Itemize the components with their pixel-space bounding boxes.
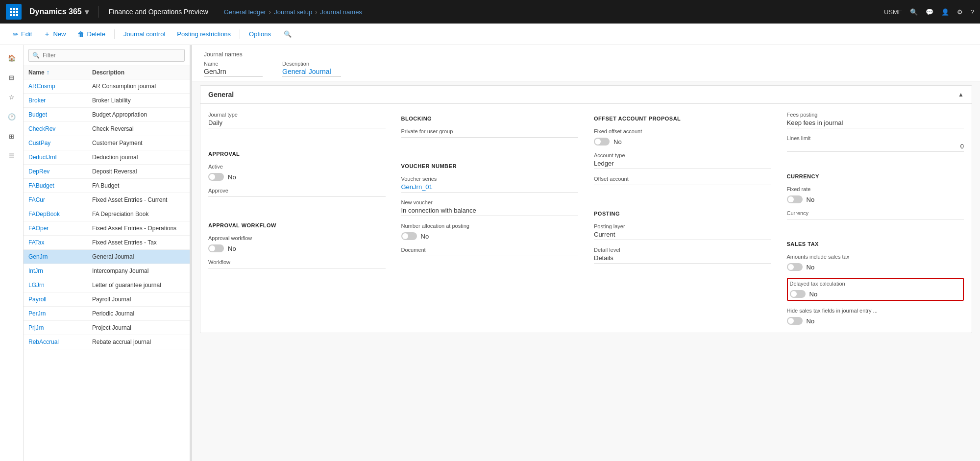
list-item-description: Check Reversal [92, 125, 185, 132]
list-item[interactable]: FADepBook FA Depreciation Book [24, 207, 190, 221]
number-allocation-toggle[interactable] [401, 232, 417, 240]
delayed-tax-calc-value: No [809, 291, 818, 298]
list-item-name: FADepBook [28, 211, 92, 218]
list-item[interactable]: FACur Fixed Asset Entries - Current [24, 193, 190, 207]
list-item-name: LGJrn [28, 282, 92, 289]
home-icon[interactable]: 🏠 [3, 49, 21, 67]
new-label: New [53, 30, 66, 38]
account-type-field: Account type Ledger [594, 152, 771, 169]
list-item[interactable]: FABudget FA Budget [24, 179, 190, 193]
list-item-description: Deposit Reversal [92, 168, 185, 175]
list-item[interactable]: PerJrn Periodic Journal [24, 307, 190, 321]
approve-field: Approve [208, 188, 386, 197]
list-item[interactable]: CheckRev Check Reversal [24, 122, 190, 136]
hide-sales-tax-toggle[interactable] [787, 317, 803, 325]
detail-col-1: Journal type Daily APPROVAL Active No [208, 112, 386, 325]
list-item[interactable]: PrjJrn Project Journal [24, 321, 190, 335]
delete-button[interactable]: 🗑 Delete [73, 27, 110, 41]
approve-label: Approve [208, 188, 386, 194]
filter-icon[interactable]: ⊟ [3, 69, 21, 86]
approval-workflow-label: Approval workflow [208, 235, 386, 241]
dynamics-label: Dynamics 365 [29, 7, 82, 16]
account-type-label: Account type [594, 152, 771, 158]
command-search-icon[interactable]: 🔍 [282, 28, 294, 40]
modules-icon[interactable]: ☰ [3, 147, 21, 165]
detail-col-4: Fees posting Keep fees in journal Lines … [787, 112, 964, 325]
fixed-rate-label: Fixed rate [787, 186, 964, 192]
fixed-rate-value: No [807, 196, 815, 203]
list-item-name: RebAccrual [28, 339, 92, 345]
general-section-header[interactable]: General ▲ [200, 86, 972, 104]
filter-input[interactable] [28, 49, 185, 62]
currency-section-title: CURRENCY [787, 173, 964, 179]
fixed-rate-toggle[interactable] [787, 195, 803, 203]
options-button[interactable]: Options [244, 27, 276, 41]
list-item[interactable]: CustPay Customer Payment [24, 136, 190, 150]
edit-label: Edit [21, 30, 32, 38]
approval-workflow-toggle[interactable] [208, 244, 224, 252]
chat-icon[interactable]: 💬 [926, 8, 933, 16]
posting-restrictions-button[interactable]: Posting restrictions [172, 27, 236, 41]
amounts-include-sales-tax-toggle[interactable] [787, 263, 803, 271]
currency-value [787, 218, 964, 219]
list-item[interactable]: RebAccrual Rebate accrual journal [24, 335, 190, 349]
list-item[interactable]: LGJrn Letter of guarantee journal [24, 278, 190, 292]
private-for-user-group-label: Private for user group [401, 128, 579, 134]
breadcrumb-item-2[interactable]: Journal setup [274, 8, 312, 16]
favorites-icon[interactable]: ☆ [3, 88, 21, 106]
list-item[interactable]: IntJrn Intercompany Journal [24, 264, 190, 278]
workspace-icon[interactable]: ⊞ [3, 127, 21, 145]
edit-button[interactable]: ✏ Edit [8, 27, 37, 41]
new-icon: ＋ [44, 30, 50, 39]
document-label: Document [401, 247, 579, 253]
settings-icon[interactable]: ⚙ [957, 8, 963, 16]
breadcrumb-item-3[interactable]: Journal names [320, 8, 362, 16]
fixed-rate-field: Fixed rate No [787, 186, 964, 203]
delayed-tax-calc-toggle[interactable] [790, 290, 806, 298]
list-item[interactable]: Broker Broker Liability [24, 94, 190, 108]
active-toggle[interactable] [208, 173, 224, 181]
delayed-tax-calc-highlight: Delayed tax calculation No [787, 278, 964, 301]
list-item[interactable]: Budget Budget Appropriation [24, 108, 190, 122]
approval-workflow-field: Approval workflow No [208, 235, 386, 252]
breadcrumb-item-1[interactable]: General ledger [224, 8, 266, 16]
fixed-offset-account-field: Fixed offset account No [594, 128, 771, 146]
list-item[interactable]: GenJrn General Journal [24, 250, 190, 264]
search-icon[interactable]: 🔍 [910, 8, 918, 16]
help-icon[interactable]: ? [971, 8, 974, 16]
list-item[interactable]: DeductJrnl Deduction journal [24, 150, 190, 165]
fixed-offset-account-toggle[interactable] [594, 138, 610, 146]
app-name-chevron[interactable]: ▾ [85, 7, 89, 17]
svg-rect-3 [10, 11, 12, 13]
journal-type-field: Journal type Daily [208, 112, 386, 128]
description-field-group: Description General Journal [282, 61, 341, 77]
user-icon[interactable]: 👤 [941, 8, 949, 16]
hide-sales-tax-label: Hide sales tax fields in journal entry .… [787, 308, 964, 314]
workflow-label: Workflow [208, 259, 386, 265]
list-item-description: Fixed Asset Entries - Current [92, 196, 185, 203]
new-button[interactable]: ＋ New [39, 27, 71, 42]
detail-col-2: BLOCKING Private for user group VOUCHER … [401, 112, 579, 325]
list-item-name: ARCnsmp [28, 83, 92, 90]
list-item[interactable]: DepRev Deposit Reversal [24, 165, 190, 179]
journal-control-button[interactable]: Journal control [119, 27, 170, 41]
lines-limit-field: Lines limit 0 [787, 135, 964, 152]
breadcrumb-sep-1: › [269, 8, 271, 16]
general-section-title: General [208, 91, 234, 98]
new-voucher-value: In connection with balance [401, 207, 579, 216]
app-launcher-icon[interactable] [6, 4, 22, 20]
list-item-name: FABudget [28, 182, 92, 189]
recent-icon[interactable]: 🕐 [3, 108, 21, 125]
detail-level-value: Details [594, 254, 771, 264]
private-for-user-group-value [401, 136, 579, 138]
top-navigation: Dynamics 365 ▾ Finance and Operations Pr… [0, 0, 980, 24]
list-item[interactable]: ARCnsmp AR Consumption journal [24, 79, 190, 94]
list-item-name: IntJrn [28, 267, 92, 274]
list-item[interactable]: FAOper Fixed Asset Entries - Operations [24, 221, 190, 236]
list-item-name: Broker [28, 97, 92, 104]
user-label[interactable]: USMF [884, 8, 902, 16]
list-item[interactable]: Payroll Payroll Journal [24, 292, 190, 307]
top-nav-right: USMF 🔍 💬 👤 ⚙ ? [884, 8, 974, 16]
list-item[interactable]: FATax Fixed Asset Entries - Tax [24, 236, 190, 250]
app-name: Dynamics 365 ▾ [29, 7, 89, 17]
